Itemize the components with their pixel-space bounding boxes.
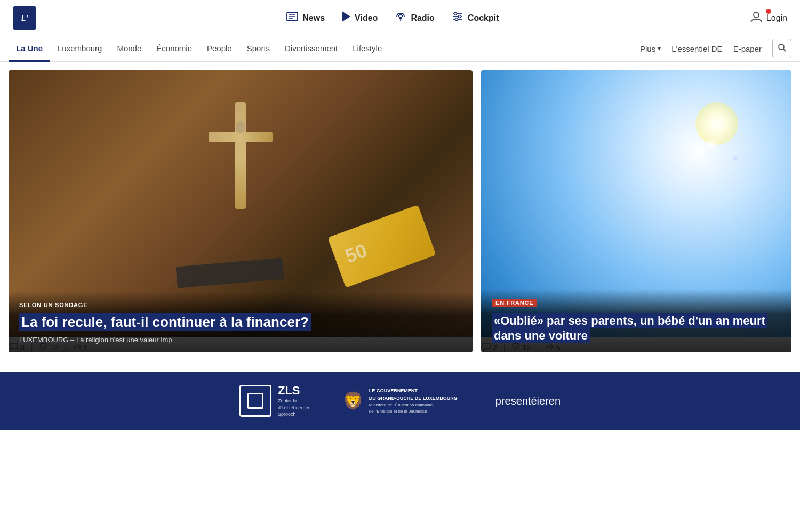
cross-decoration	[209, 102, 273, 209]
article-card-main[interactable]: SELON UN SONDAGE La foi recule, faut-il …	[9, 70, 473, 352]
nav-plus[interactable]: Plus ▾	[640, 44, 661, 53]
article-main-title: La foi recule, faut-il continuer à la fi…	[19, 313, 311, 331]
search-button[interactable]	[772, 39, 791, 58]
logo[interactable]: L'	[13, 6, 36, 30]
cockpit-label: Cockpit	[468, 13, 499, 23]
svg-line-15	[783, 49, 786, 51]
nav-divertissement[interactable]: Divertissement	[277, 36, 345, 62]
svg-point-12	[455, 18, 458, 21]
search-icon	[778, 43, 786, 54]
svg-point-10	[454, 13, 457, 15]
chevron-down-icon: ▾	[658, 45, 661, 52]
nav-luxembourg[interactable]: Luxembourg	[50, 36, 109, 62]
svg-point-14	[779, 44, 784, 50]
login-label: Login	[766, 13, 787, 23]
notification-dot	[766, 9, 771, 14]
article-side-overlay: EN FRANCE «Oublié» par ses parents, un b…	[481, 289, 791, 352]
secondary-nav: La Une Luxembourg Monde Économie People …	[0, 36, 800, 62]
zls-logo: ZLS Zenter fir d'Lëtzebuerger Sprooch	[239, 384, 310, 418]
gov-subtitle: Ministère de l'Éducation nationale, de l…	[369, 402, 458, 414]
header-nav: News Video Radio	[286, 11, 499, 25]
zls-title: ZLS	[278, 384, 310, 398]
logo-icon: L'	[13, 6, 36, 30]
secondary-nav-right: Plus ▾ L'essentiel DE E-paper	[640, 39, 791, 58]
banner-cta[interactable]: presentéieren	[479, 395, 561, 407]
article-side-tag: EN FRANCE	[492, 299, 537, 307]
svg-point-13	[754, 12, 759, 18]
main-content: SELON UN SONDAGE La foi recule, faut-il …	[0, 62, 800, 361]
nav-lifestyle[interactable]: Lifestyle	[345, 36, 389, 62]
svg-marker-4	[342, 11, 350, 22]
video-label: Video	[355, 13, 378, 23]
login-area[interactable]: Login	[749, 10, 787, 26]
nav-video[interactable]: Video	[342, 11, 378, 25]
nav-essentiel-de[interactable]: L'essentiel DE	[671, 44, 722, 53]
user-icon	[749, 10, 763, 26]
nav-radio[interactable]: Radio	[395, 12, 434, 24]
radio-label: Radio	[411, 13, 434, 23]
nav-cockpit[interactable]: Cockpit	[452, 12, 499, 24]
article-main-overlay: SELON UN SONDAGE La foi recule, faut-il …	[9, 291, 473, 353]
gov-logo: 🦁 LE GOUVERNEMENT DU GRAND-DUCHÉ DE LUXE…	[326, 388, 458, 414]
article-card-side[interactable]: EN FRANCE «Oublié» par ses parents, un b…	[481, 70, 791, 352]
zls-subtitle: Zenter fir d'Lëtzebuerger Sprooch	[278, 398, 310, 418]
radio-icon	[395, 12, 406, 24]
sliders-icon	[452, 12, 463, 24]
sun-glow	[695, 102, 738, 145]
nav-people[interactable]: People	[199, 36, 239, 62]
newspaper-icon	[286, 12, 298, 24]
site-header: L' News Video	[0, 0, 800, 36]
play-icon	[342, 11, 350, 25]
nav-epaper[interactable]: E-paper	[733, 44, 762, 53]
nav-sports[interactable]: Sports	[239, 36, 277, 62]
article-side-title: «Oublié» par ses parents, un bébé d'un a…	[492, 313, 767, 344]
article-tag: SELON UN SONDAGE	[19, 302, 87, 308]
article-main-subtitle: LUXEMBOURG – La religion n'est une valeu…	[19, 336, 462, 344]
nav-la-une[interactable]: La Une	[9, 36, 50, 62]
nav-monde[interactable]: Monde	[109, 36, 149, 62]
zls-box-icon	[239, 385, 271, 417]
euro-bills	[327, 205, 436, 288]
svg-point-5	[399, 17, 402, 20]
nav-news[interactable]: News	[286, 12, 325, 24]
nav-economie[interactable]: Économie	[149, 36, 199, 62]
gov-title: LE GOUVERNEMENT DU GRAND-DUCHÉ DE LUXEMB…	[369, 388, 458, 402]
svg-point-11	[458, 15, 461, 18]
gov-lion-icon: 🦁	[342, 391, 364, 411]
banner-advertisement[interactable]: ZLS Zenter fir d'Lëtzebuerger Sprooch 🦁 …	[0, 372, 800, 430]
news-label: News	[302, 13, 325, 23]
